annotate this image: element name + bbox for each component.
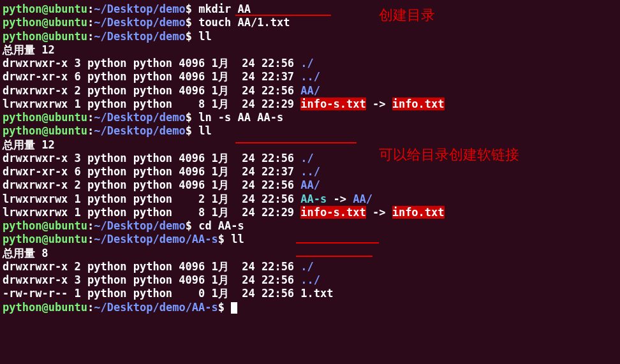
cursor[interactable] bbox=[231, 302, 237, 314]
ls-row: drwxr-xr-x 6 python python 4096 1月 24 22… bbox=[3, 70, 617, 84]
terminal-line: python@ubuntu:~/Desktop/demo$ ll bbox=[3, 124, 617, 138]
ls-total: 总用量 12 bbox=[3, 138, 617, 152]
prompt-path: ~/Desktop/demo bbox=[94, 3, 185, 15]
symlink-aa-s: AA-s bbox=[300, 193, 327, 205]
prompt-host: ubuntu bbox=[48, 3, 87, 15]
dir-aa: AA bbox=[300, 84, 313, 97]
ls-row: -rw-rw-r-- 1 python python 0 1月 24 22:56… bbox=[3, 287, 617, 300]
prompt-colon: : bbox=[87, 3, 94, 15]
terminal-line: python@ubuntu:~/Desktop/demo$ ln -s AA A… bbox=[3, 111, 617, 124]
ls-row: drwxrwxr-x 2 python python 4096 1月 24 22… bbox=[3, 84, 617, 98]
ls-row: drwxrwxr-x 2 python python 4096 1月 24 22… bbox=[3, 260, 617, 273]
command-input[interactable]: touch AA/1.txt bbox=[198, 16, 290, 29]
ls-row: drwxrwxr-x 2 python python 4096 1月 24 22… bbox=[3, 178, 617, 192]
ls-row: drwxrwxr-x 3 python python 4096 1月 24 22… bbox=[3, 152, 617, 165]
command-input[interactable]: mkdir AA bbox=[198, 3, 251, 15]
terminal-line: python@ubuntu:~/Desktop/demo$ mkdir AA bbox=[3, 3, 617, 16]
dir-current: ./ bbox=[300, 57, 313, 69]
symlink-target-dir: AA bbox=[353, 193, 365, 205]
ls-total: 总用量 12 bbox=[3, 43, 617, 57]
ls-row: lrwxrwxrwx 1 python python 2 1月 24 22:56… bbox=[3, 193, 617, 206]
command-input[interactable]: ll bbox=[198, 124, 211, 137]
terminal-line: python@ubuntu:~/Desktop/demo$ touch AA/1… bbox=[3, 16, 617, 29]
ls-total: 总用量 8 bbox=[3, 247, 617, 260]
terminal-line: python@ubuntu:~/Desktop/demo$ cd AA-s bbox=[3, 219, 617, 233]
terminal-output: 创建目录 可以给目录创建软链接 python@ubuntu:~/Desktop/… bbox=[3, 3, 617, 314]
command-input[interactable]: ll bbox=[231, 233, 244, 245]
dir-parent: ../ bbox=[300, 70, 320, 83]
command-input[interactable]: ll bbox=[198, 30, 211, 43]
terminal-line: python@ubuntu:~/Desktop/demo/AA-s$ bbox=[3, 301, 617, 314]
ls-row: lrwxrwxrwx 1 python python 8 1月 24 22:29… bbox=[3, 206, 617, 219]
command-input[interactable]: cd AA-s bbox=[198, 219, 244, 232]
ls-row: drwxrwxr-x 3 python python 4096 1月 24 22… bbox=[3, 57, 617, 70]
ls-row: drwxrwxr-x 3 python python 4096 1月 24 22… bbox=[3, 273, 617, 287]
ls-row: lrwxrwxrwx 1 python python 8 1月 24 22:29… bbox=[3, 98, 617, 111]
terminal-line: python@ubuntu:~/Desktop/demo$ ll bbox=[3, 30, 617, 43]
ls-row: drwxr-xr-x 6 python python 4096 1月 24 22… bbox=[3, 165, 617, 178]
symlink-broken: info-s.txt bbox=[300, 98, 365, 110]
prompt-user: python bbox=[3, 3, 41, 15]
prompt-at: @ bbox=[41, 3, 48, 15]
symlink-target-broken: info.txt bbox=[392, 206, 445, 219]
command-input[interactable]: ln -s AA AA-s bbox=[198, 111, 283, 124]
prompt-dollar: $ bbox=[186, 3, 192, 15]
symlink-broken: info-s.txt bbox=[300, 206, 365, 219]
terminal-line: python@ubuntu:~/Desktop/demo/AA-s$ ll bbox=[3, 233, 617, 246]
symlink-target-broken: info.txt bbox=[392, 98, 445, 110]
